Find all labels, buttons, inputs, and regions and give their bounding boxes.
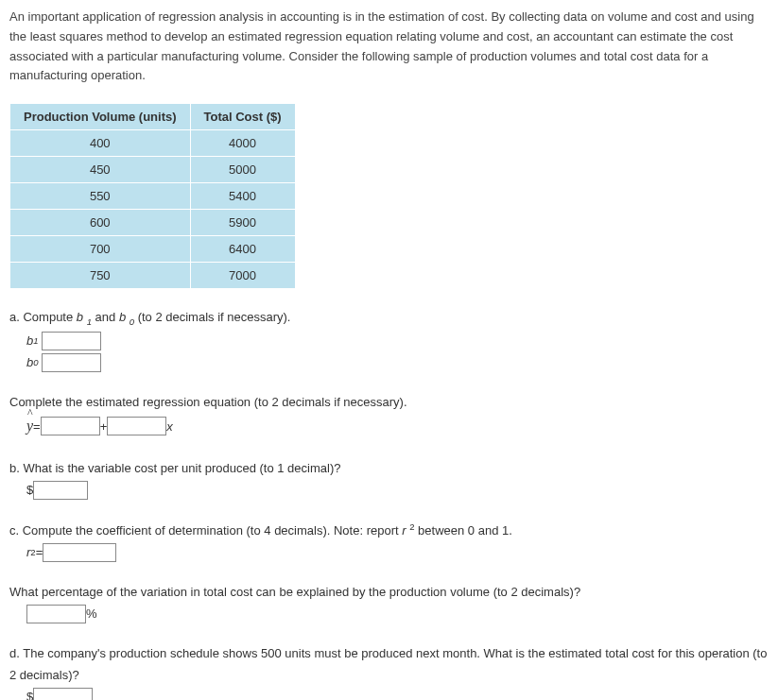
dollar-prefix: $	[26, 479, 33, 501]
b1-sym: b	[77, 310, 87, 324]
cell-volume: 450	[10, 157, 191, 183]
plus-label: +	[100, 416, 108, 437]
cell-volume: 400	[10, 130, 191, 157]
b0-label: b	[26, 351, 33, 373]
eq-prompt: Complete the estimated regression equati…	[9, 391, 769, 413]
r2-label-eq: =	[36, 541, 43, 563]
table-row: 4505000	[10, 157, 296, 183]
table-row: 6005900	[10, 210, 296, 236]
cell-cost: 5900	[190, 210, 295, 236]
percent-suffix: %	[86, 603, 97, 624]
cell-volume: 750	[10, 263, 191, 289]
cell-volume: 600	[10, 210, 191, 236]
qa-prompt-tail: (to 2 decimals if necessary).	[134, 310, 290, 324]
problem-intro: An important application of regression a…	[9, 8, 769, 86]
question-a: a. Compute b 1 and b 0 (to 2 decimals if…	[9, 306, 769, 373]
b0-label-sub: 0	[33, 354, 38, 370]
x-label: x	[166, 416, 173, 437]
qd-prompt: d. The company's production schedule sho…	[9, 642, 769, 687]
qa-prompt-head: a. Compute	[9, 310, 77, 324]
data-table: Production Volume (units) Total Cost ($)…	[9, 103, 296, 289]
b0-sym: b	[119, 310, 130, 324]
qc-prompt-tail: between 0 and 1.	[415, 523, 512, 538]
yhat-label: y	[26, 413, 33, 440]
equals-label: =	[33, 416, 41, 437]
qb-prompt: b. What is the variable cost per unit pr…	[9, 457, 769, 479]
b1-label: b	[26, 330, 33, 351]
cell-cost: 6400	[190, 236, 295, 263]
b0-input[interactable]	[42, 353, 101, 372]
cell-volume: 700	[10, 236, 191, 263]
cell-cost: 5400	[190, 183, 295, 210]
table-header-cost: Total Cost ($)	[190, 104, 295, 130]
cell-cost: 7000	[190, 263, 295, 289]
r2-input[interactable]	[43, 543, 116, 562]
table-row: 5505400	[10, 183, 296, 210]
b1-input[interactable]	[42, 332, 101, 350]
qa-and: and	[92, 310, 119, 324]
variable-cost-input[interactable]	[33, 481, 88, 500]
table-row: 7006400	[10, 236, 296, 263]
regression-equation: Complete the estimated regression equati…	[9, 391, 769, 440]
dollar-prefix-d: $	[26, 686, 33, 700]
cell-volume: 550	[10, 183, 191, 210]
table-row: 4004000	[10, 130, 296, 157]
qc-prompt-head: c. Compute the coefficient of determinat…	[9, 523, 402, 538]
slope-input[interactable]	[107, 417, 166, 435]
table-row: 7507000	[10, 263, 296, 289]
intercept-input[interactable]	[41, 417, 100, 435]
table-header-volume: Production Volume (units)	[10, 104, 191, 130]
question-b: b. What is the variable cost per unit pr…	[9, 457, 769, 502]
qc2-prompt: What percentage of the variation in tota…	[9, 581, 769, 603]
question-c: c. Compute the coefficient of determinat…	[9, 519, 769, 564]
r-sym: r	[402, 523, 409, 538]
cell-cost: 4000	[190, 130, 295, 157]
question-d: d. The company's production schedule sho…	[9, 642, 769, 700]
cell-cost: 5000	[190, 157, 295, 183]
total-cost-input[interactable]	[33, 688, 93, 700]
percent-input[interactable]	[26, 605, 86, 623]
question-c2: What percentage of the variation in tota…	[9, 581, 769, 625]
b1-label-sub: 1	[33, 333, 38, 349]
